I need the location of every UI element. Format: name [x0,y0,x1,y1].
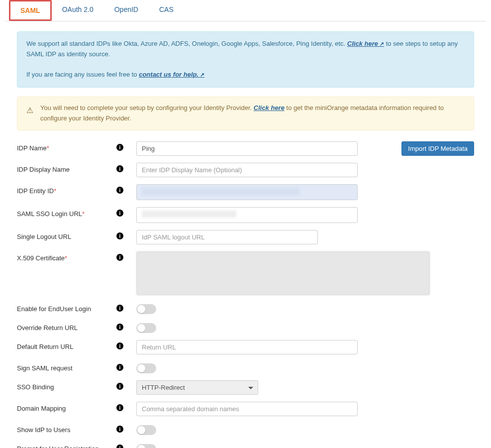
show-idp-to-users-toggle[interactable] [136,425,156,435]
sso-binding-label: SSO Binding [17,380,116,391]
default-return-url-input[interactable] [136,340,358,354]
single-logout-url-input[interactable] [136,230,318,244]
saml-sso-login-url-input[interactable] [136,207,358,223]
info-icon[interactable]: i [116,305,123,312]
tab-bar: SAML OAuth 2.0 OpenID CAS [5,0,486,21]
prompt-user-registration-label: Prompt for User Registration [17,442,116,448]
info-icon[interactable]: i [116,254,123,261]
sign-saml-request-label: Sign SAML request [17,361,116,372]
enable-enduser-login-label: Enable for EndUser Login [17,302,116,313]
override-return-url-label: Override Return URL [17,321,116,332]
saml-sso-login-url-label: SAML SSO Login URL* [17,207,116,218]
single-logout-url-label: Single Logout URL [17,230,116,240]
idp-name-input[interactable] [136,141,358,156]
tab-oauth[interactable]: OAuth 2.0 [52,0,104,21]
enable-enduser-login-toggle[interactable] [136,304,156,314]
domain-mapping-label: Domain Mapping [17,402,116,412]
x509-certificate-input[interactable] [136,251,430,295]
tab-cas[interactable]: CAS [149,0,184,21]
idp-name-label: IDP Name* [17,141,116,152]
info-icon[interactable]: i [116,364,123,371]
import-idp-metadata-button[interactable]: Import IDP Metadata [401,141,474,156]
override-return-url-toggle[interactable] [136,323,156,333]
default-return-url-label: Default Return URL [17,340,116,350]
idp-entity-id-input[interactable] [136,184,358,200]
info-icon[interactable]: i [116,165,123,172]
sso-binding-select[interactable]: HTTP-Redirect [136,380,258,395]
domain-mapping-input[interactable] [136,402,358,416]
warning-icon: ⚠ [26,104,33,117]
idp-display-name-input[interactable] [136,163,358,177]
info-icon[interactable]: i [116,342,123,349]
tab-saml[interactable]: SAML [9,0,52,21]
warn-text-1: You will need to complete your setup by … [40,104,254,112]
warning-alert: ⚠ You will need to complete your setup b… [17,97,474,130]
info-icon[interactable]: i [116,383,123,390]
info-text-3: If you are facing any issues feel free t… [26,71,139,78]
info-text-1: We support all standard IDPs like Okta, … [26,40,347,47]
info-icon[interactable]: i [116,404,123,411]
info-icon[interactable]: i [116,232,123,239]
prompt-user-registration-toggle[interactable] [136,444,156,448]
click-here-setup-link[interactable]: Click here [347,40,384,47]
info-icon[interactable]: i [116,324,123,331]
contact-us-link[interactable]: contact us for help. [139,71,204,78]
info-icon[interactable]: i [116,445,123,448]
idp-display-name-label: IDP Display Name [17,163,116,173]
info-icon[interactable]: i [116,426,123,433]
info-alert: We support all standard IDPs like Okta, … [17,31,474,88]
info-icon[interactable]: i [116,144,123,151]
click-here-metadata-link[interactable]: Click here [254,104,285,112]
info-icon[interactable]: i [116,210,123,217]
show-idp-to-users-label: Show IdP to Users [17,423,116,434]
sign-saml-request-toggle[interactable] [136,363,156,373]
tab-openid[interactable]: OpenID [104,0,149,21]
info-icon[interactable]: i [116,187,123,194]
idp-entity-id-label: IDP Entity ID* [17,184,116,195]
x509-certificate-label: X.509 Certificate* [17,251,116,262]
